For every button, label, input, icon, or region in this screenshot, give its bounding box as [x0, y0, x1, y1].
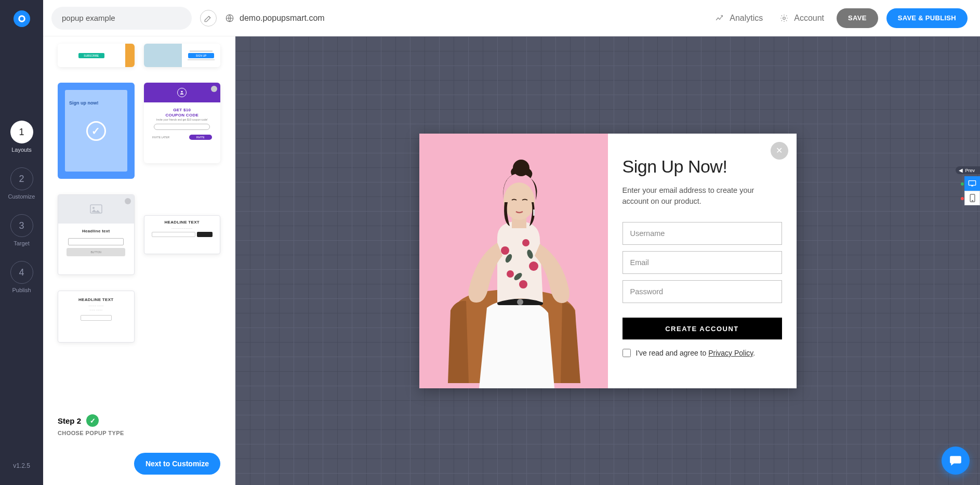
svg-point-11 [522, 239, 529, 246]
svg-point-14 [519, 280, 527, 289]
chat-icon [949, 454, 962, 467]
email-field[interactable] [623, 251, 782, 274]
desktop-icon [968, 180, 976, 187]
side-footer: Step 2 ✓ CHOOSE POPUP TYPE [43, 407, 235, 445]
popup-title: Sign Up Now! [623, 156, 782, 177]
template-card[interactable]: HEADLINE TEXT ··························… [144, 215, 221, 254]
domain-text: demo.popupsmart.com [240, 14, 325, 23]
input-mock [154, 124, 210, 130]
privacy-link[interactable]: Privacy Policy [708, 349, 753, 357]
svg-point-6 [92, 207, 95, 209]
svg-point-9 [517, 299, 523, 305]
svg-point-10 [501, 246, 509, 255]
create-account-button[interactable]: CREATE ACCOUNT [623, 318, 782, 339]
analytics-icon [715, 14, 724, 23]
check-icon [86, 121, 106, 141]
close-icon [125, 198, 131, 204]
svg-rect-21 [533, 209, 535, 216]
nav-step-label: Customize [8, 193, 35, 200]
save-button[interactable]: SAVE [837, 8, 878, 28]
nav-step-publish[interactable]: 4 Publish [10, 261, 33, 293]
input-mock [68, 238, 124, 245]
svg-point-4 [181, 91, 183, 93]
close-icon[interactable] [771, 142, 788, 160]
username-field[interactable] [623, 222, 782, 245]
popup-preview: Sign Up Now! Enter your email address to… [419, 134, 797, 388]
consent-text: I've read and agree to Privacy Policy. [636, 349, 756, 357]
svg-point-12 [529, 261, 538, 271]
svg-point-20 [513, 160, 529, 176]
svg-rect-22 [969, 181, 975, 186]
nav-rail: 1 Layouts 2 Customize 3 Target 4 Publish… [0, 0, 43, 485]
step-subtitle: CHOOSE POPUP TYPE [58, 430, 220, 436]
globe-icon [225, 14, 234, 23]
project-name-text: popup example [62, 14, 115, 22]
preview-domain[interactable]: demo.popupsmart.com [225, 14, 325, 23]
svg-rect-23 [971, 186, 973, 186]
nav-step-layouts[interactable]: 1 Layouts [10, 121, 33, 153]
templates-scroll[interactable]: SUBSCRIBE SIGN UP [43, 36, 235, 407]
preview-switcher: ◀Prev [956, 166, 980, 205]
gear-icon [779, 14, 789, 23]
preview-mobile[interactable] [964, 191, 980, 205]
nav-step-label: Layouts [11, 147, 32, 153]
popup-content: Sign Up Now! Enter your email address to… [608, 134, 797, 388]
popup-image [419, 134, 608, 388]
template-card[interactable]: SIGN UP [144, 44, 221, 67]
nav-step-number: 4 [10, 261, 33, 284]
step-indicator: Step 2 ✓ [58, 414, 220, 427]
template-card[interactable]: Headline text BUTTON [58, 194, 135, 275]
nav-step-number: 2 [10, 167, 33, 190]
nav-step-label: Publish [12, 287, 31, 293]
preview-label: ◀Prev [956, 166, 980, 174]
nav-step-number: 1 [10, 121, 33, 143]
analytics-label: Analytics [730, 14, 763, 23]
canvas[interactable]: Sign Up Now! Enter your email address to… [235, 36, 980, 485]
template-card-selected[interactable]: Sign up now! [58, 83, 135, 179]
svg-point-1 [20, 17, 24, 21]
svg-point-3 [783, 17, 786, 19]
consent-checkbox[interactable] [623, 349, 631, 357]
user-icon [177, 88, 187, 97]
consent-row[interactable]: I've read and agree to Privacy Policy. [623, 349, 782, 357]
nav-step-label: Target [14, 240, 30, 246]
nav-step-number: 3 [10, 214, 33, 237]
chat-button[interactable] [942, 447, 970, 475]
template-btn: SUBSCRIBE [78, 53, 104, 58]
template-card[interactable]: HEADLINE TEXT ··········· ··············… [58, 291, 135, 343]
preview-desktop[interactable] [964, 176, 980, 191]
app-logo[interactable] [14, 10, 30, 27]
nav-step-target[interactable]: 3 Target [10, 214, 33, 246]
close-icon [211, 86, 217, 92]
svg-point-25 [972, 200, 972, 201]
mobile-icon [970, 194, 975, 202]
save-publish-button[interactable]: SAVE & PUBLISH [886, 8, 968, 28]
topbar: popup example demo.popupsmart.com Analyt… [43, 0, 980, 36]
account-link[interactable]: Account [775, 14, 828, 23]
next-button[interactable]: Next to Customize [134, 453, 220, 475]
image-icon [89, 204, 103, 215]
popup-description: Enter your email address to create your … [623, 185, 782, 208]
edit-name-button[interactable] [200, 10, 217, 27]
check-icon: ✓ [86, 414, 99, 427]
svg-point-19 [504, 182, 535, 220]
account-label: Account [794, 14, 824, 23]
analytics-link[interactable]: Analytics [711, 14, 767, 23]
nav-step-customize[interactable]: 2 Customize [8, 167, 35, 200]
template-card[interactable]: GET $10 COUPON CODE Invite your friends … [144, 83, 221, 163]
nav-steps: 1 Layouts 2 Customize 3 Target 4 Publish [8, 121, 35, 293]
templates-panel: SUBSCRIBE SIGN UP [43, 36, 235, 485]
app-version: v1.2.5 [13, 462, 30, 475]
svg-point-13 [507, 270, 514, 278]
template-card[interactable]: SUBSCRIBE [58, 44, 135, 67]
password-field[interactable] [623, 280, 782, 303]
template-btn: SIGN UP [188, 53, 214, 58]
project-name-pill[interactable]: popup example [51, 7, 192, 30]
